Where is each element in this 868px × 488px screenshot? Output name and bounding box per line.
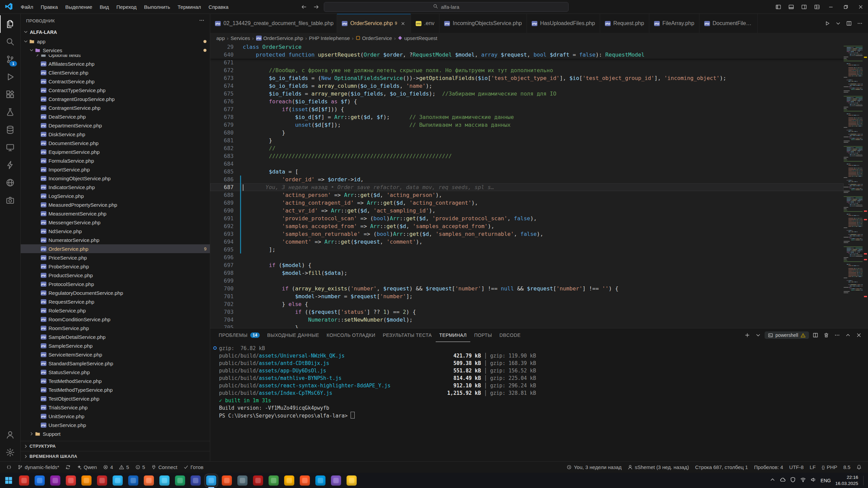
tree-item[interactable]: phpProbeService.php bbox=[21, 262, 210, 271]
tree-item[interactable]: phpSampleService.php bbox=[21, 341, 210, 350]
tree-item[interactable]: Optional fields bbox=[21, 55, 210, 59]
tree-item[interactable]: phpRoleService.php bbox=[21, 306, 210, 315]
editor-code-area[interactable]: 29class OrderService640 protected functi… bbox=[210, 43, 844, 328]
tray-volume-icon[interactable] bbox=[810, 477, 816, 484]
taskbar-app-icon[interactable] bbox=[237, 475, 248, 486]
taskbar-app-icon[interactable] bbox=[19, 475, 29, 486]
status-item-clock[interactable]: You, 3 недели назад bbox=[564, 462, 625, 473]
terminal-shell-entry[interactable]: powershell bbox=[765, 331, 809, 339]
taskbar-clock[interactable]: 22:1616.03.2025 bbox=[835, 474, 858, 486]
customize-layout-button[interactable] bbox=[810, 0, 823, 14]
menu-item[interactable]: Выделение bbox=[62, 2, 96, 12]
status-item-plug[interactable]: Connect bbox=[148, 462, 180, 473]
tray-chevron-up-icon[interactable] bbox=[770, 477, 775, 484]
status-item-пробелов-4[interactable]: Пробелов: 4 bbox=[751, 462, 786, 473]
sidebar-more-actions-button[interactable] bbox=[199, 18, 204, 24]
restore-button[interactable] bbox=[838, 0, 853, 14]
activitybar-search[interactable] bbox=[0, 33, 20, 50]
editor-tab[interactable]: phpOrderService.php9 bbox=[337, 14, 411, 33]
tree-item[interactable]: phpDealService.php bbox=[21, 112, 210, 121]
menu-item[interactable]: Переход bbox=[113, 2, 140, 12]
split-editor-button[interactable] bbox=[844, 19, 854, 28]
editor-tab[interactable]: phpDocumentFile.php bbox=[699, 14, 758, 33]
activitybar-source-control[interactable]: 1 bbox=[0, 50, 20, 68]
tree-item[interactable]: phpTestObjectService.php bbox=[21, 394, 210, 403]
tab-close-icon[interactable] bbox=[400, 20, 406, 26]
minimap[interactable] bbox=[844, 43, 863, 328]
tree-item[interactable]: phpMeasurementService.php bbox=[21, 209, 210, 218]
tree-item[interactable]: phpFormulaService.php bbox=[21, 156, 210, 165]
nav-forward-icon[interactable] bbox=[312, 2, 320, 11]
breadcrumb[interactable]: app›Services›phpOrderService.php›PHP Int… bbox=[210, 33, 868, 43]
tree-item[interactable]: phpNumeratorService.php bbox=[21, 236, 210, 244]
menu-item[interactable]: Справка bbox=[205, 2, 232, 12]
tree-item[interactable]: phpPriceService.php bbox=[21, 253, 210, 262]
sidebar-section-ВРЕМЕННАЯ ШКАЛА[interactable]: ВРЕМЕННАЯ ШКАЛА bbox=[21, 451, 210, 461]
taskbar-app-icon[interactable] bbox=[50, 475, 60, 486]
panel-tab-dbcode[interactable]: DBCODE bbox=[496, 328, 524, 342]
tree-item[interactable]: phpMeasuredPropertyService.php bbox=[21, 200, 210, 209]
tree-item[interactable]: phpOrderService.php9 bbox=[21, 244, 210, 253]
trash-button[interactable] bbox=[822, 331, 831, 340]
tree-item[interactable]: phpIndicatorService.php bbox=[21, 183, 210, 191]
taskbar-app-icon[interactable] bbox=[175, 475, 185, 486]
chevron-down-button[interactable] bbox=[754, 331, 763, 340]
editor-tab[interactable]: phpRequest.php bbox=[600, 14, 649, 33]
file-tree[interactable]: Optional fieldsphpAffiliatesService.phpp… bbox=[21, 55, 210, 441]
taskbar-app-icon[interactable] bbox=[66, 475, 76, 486]
status-item-braces[interactable]: {}PHP bbox=[819, 462, 841, 473]
tree-item[interactable]: phpContractTypeService.php bbox=[21, 86, 210, 95]
taskbar-app-icon[interactable] bbox=[284, 475, 294, 486]
status-item-remote[interactable] bbox=[3, 462, 15, 473]
breadcrumb-item[interactable]: upsertRequest bbox=[398, 35, 437, 41]
toggle-sidebar-button[interactable] bbox=[772, 0, 785, 14]
taskbar-app-icon[interactable] bbox=[159, 475, 170, 486]
tree-item[interactable]: phpIncomingObjectService.php bbox=[21, 174, 210, 183]
status-item-lf[interactable]: LF bbox=[807, 462, 819, 473]
taskbar-app-icon[interactable] bbox=[315, 475, 326, 486]
tree-item[interactable]: phpTestMethodTypeService.php bbox=[21, 385, 210, 394]
sidebar-section-СТРУКТУРА[interactable]: СТРУКТУРА bbox=[21, 441, 210, 451]
tree-item[interactable]: phpEquipmentService.php bbox=[21, 147, 210, 156]
breadcrumb-item[interactable]: app bbox=[216, 35, 225, 41]
editor-tab[interactable]: env.env bbox=[411, 14, 439, 33]
tree-item[interactable]: phpServiceItemService.php bbox=[21, 350, 210, 359]
tree-item[interactable]: phpDepartmentService.php bbox=[21, 121, 210, 130]
menu-item[interactable]: Выполнить bbox=[140, 2, 174, 12]
panel-tab-результаты теста[interactable]: РЕЗУЛЬТАТЫ ТЕСТА bbox=[379, 328, 436, 342]
breadcrumb-item[interactable]: PHP Intelephense bbox=[309, 35, 350, 41]
nav-back-icon[interactable] bbox=[299, 2, 308, 11]
code-editor[interactable]: 29class OrderService640 protected functi… bbox=[210, 43, 868, 328]
breadcrumb-item[interactable]: phpOrderService.php bbox=[256, 35, 303, 41]
tree-item[interactable]: phpDocumentService.php bbox=[21, 139, 210, 147]
tree-item[interactable]: phpRoomConditionService.php bbox=[21, 315, 210, 324]
workspace-section-header[interactable]: ALFA-LARA bbox=[21, 27, 210, 37]
tree-item[interactable]: phpNdService.php bbox=[21, 227, 210, 236]
tree-item[interactable]: phpProtocolService.php bbox=[21, 280, 210, 288]
more-button[interactable] bbox=[855, 19, 865, 28]
taskbar-app-icon[interactable] bbox=[331, 475, 341, 486]
activitybar-testing[interactable] bbox=[0, 103, 20, 121]
tree-item[interactable]: phpContragentService.php bbox=[21, 103, 210, 112]
tree-item[interactable]: phpStatusService.php bbox=[21, 368, 210, 377]
activitybar-codesnap[interactable] bbox=[0, 191, 20, 209]
status-item-sync[interactable] bbox=[62, 462, 74, 473]
tree-item[interactable]: phpMessengerService.php bbox=[21, 218, 210, 227]
activitybar-explorer[interactable] bbox=[0, 15, 20, 33]
panel-tab-терминал[interactable]: ТЕРМИНАЛ bbox=[436, 328, 471, 342]
terminal[interactable]: gzip: 76.82 kBpublic/build/assets/Univer… bbox=[210, 342, 868, 461]
status-item-check[interactable]: Готов bbox=[180, 462, 206, 473]
status-item-branch[interactable]: dynamic-fields* bbox=[15, 462, 62, 473]
activitybar-thunder-client[interactable] bbox=[0, 156, 20, 174]
activitybar-settings[interactable] bbox=[0, 444, 20, 461]
taskbar-app-icon[interactable] bbox=[347, 475, 357, 486]
taskbar-app-icon[interactable] bbox=[81, 475, 92, 486]
more-button[interactable] bbox=[833, 331, 842, 340]
breadcrumb-item[interactable]: OrderService bbox=[356, 35, 392, 41]
activitybar-remote-explorer[interactable] bbox=[0, 139, 20, 156]
tray-shield-icon[interactable] bbox=[790, 477, 796, 484]
input-language-indicator[interactable]: ENG bbox=[821, 478, 831, 483]
tree-item[interactable]: phpRequestService.php bbox=[21, 297, 210, 306]
taskbar-app-icon[interactable] bbox=[128, 475, 138, 486]
taskbar-app-icon[interactable] bbox=[113, 475, 123, 486]
